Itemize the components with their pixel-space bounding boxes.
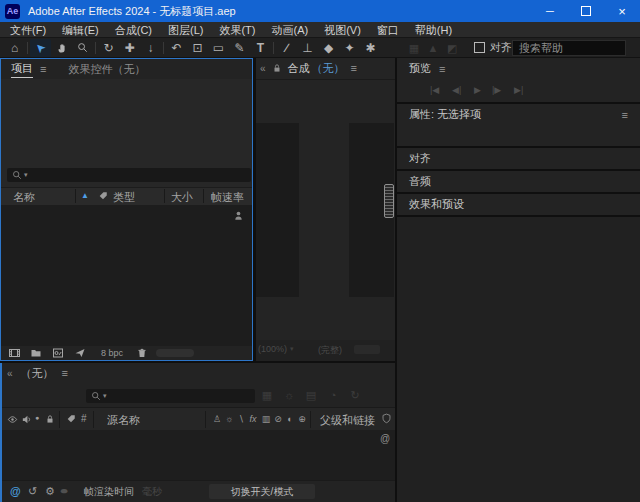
first-frame-button[interactable]: |◀ xyxy=(430,85,439,95)
timeline-panel-menu-icon[interactable]: ≡ xyxy=(62,367,68,379)
quality-switch-icon[interactable]: ∖ xyxy=(235,414,247,424)
previous-frame-button[interactable]: ◀| xyxy=(452,85,461,95)
composition-panel-menu-icon[interactable]: ≡ xyxy=(351,62,357,74)
tab-composition[interactable]: 合成 xyxy=(288,61,310,76)
column-size[interactable]: 大小 xyxy=(171,190,193,205)
resolution-dropdown[interactable]: (完整) xyxy=(318,344,342,357)
viewer-lock-icon[interactable] xyxy=(272,63,282,73)
tab-composition-none[interactable]: （无） xyxy=(312,61,345,76)
snap-checkbox[interactable] xyxy=(474,42,485,53)
trash-icon[interactable] xyxy=(136,347,148,359)
adjustment-layer-switch-icon[interactable]: ◐ xyxy=(284,414,296,424)
minimize-button[interactable]: ─ xyxy=(532,0,568,22)
panel-collapse-icon[interactable]: « xyxy=(260,63,266,74)
shy-switch-icon[interactable]: ♙ xyxy=(211,414,223,424)
tab-project[interactable]: 项目 xyxy=(11,61,33,78)
lock-icon[interactable] xyxy=(45,414,55,424)
properties-panel-header[interactable]: 属性: 无选择项 ≡ xyxy=(397,104,640,125)
menu-item-composition[interactable]: 合成(C) xyxy=(107,22,160,38)
cache-refresh-icon[interactable]: ↺ xyxy=(28,485,37,498)
roto-brush-tool-icon[interactable]: ✦ xyxy=(339,39,360,57)
panel-grip[interactable] xyxy=(384,184,394,218)
3d-layer-switch-icon[interactable]: ⊕ xyxy=(296,414,308,424)
audio-panel-header[interactable]: 音频 xyxy=(397,171,640,192)
brush-tool-icon[interactable]: ∕ xyxy=(276,39,297,57)
video-eye-icon[interactable] xyxy=(7,414,18,425)
new-folder-icon[interactable] xyxy=(30,347,42,359)
column-name[interactable]: 名称 xyxy=(13,190,35,205)
timeline-search-input[interactable]: ▾ xyxy=(86,389,255,403)
sort-ascending-icon[interactable]: ▲ xyxy=(81,191,89,200)
audio-speaker-icon[interactable] xyxy=(21,414,32,425)
clone-stamp-tool-icon[interactable]: ⊥ xyxy=(297,39,318,57)
draft-3d-icon[interactable]: ☼ xyxy=(280,389,298,401)
panel-collapse-icon[interactable]: « xyxy=(7,368,13,379)
type-tool-icon[interactable]: T xyxy=(250,39,271,57)
orbit-camera-tool-icon[interactable]: ↻ xyxy=(98,39,119,57)
layer-number-column[interactable]: # xyxy=(81,413,87,424)
menu-item-file[interactable]: 文件(F) xyxy=(2,22,54,38)
interpret-footage-icon[interactable] xyxy=(8,347,21,359)
effects-presets-panel-header[interactable]: 效果和预设 xyxy=(397,194,640,215)
project-panel-menu-icon[interactable]: ≡ xyxy=(40,63,46,75)
play-button[interactable]: ▶ xyxy=(474,85,481,95)
motion-blur-switch-icon[interactable]: ⊘ xyxy=(272,414,284,424)
color-depth-button[interactable]: 8 bpc xyxy=(101,348,123,358)
label-color-column-icon[interactable] xyxy=(98,191,108,201)
settings-gear-icon[interactable]: ⚙ xyxy=(45,485,55,498)
menu-item-help[interactable]: 帮助(H) xyxy=(407,22,460,38)
toggle-switches-modes-button[interactable]: 切换开关/模式 xyxy=(209,484,315,499)
tab-effect-controls[interactable]: 效果控件（无） xyxy=(68,62,145,77)
column-source-name[interactable]: 源名称 xyxy=(107,413,140,428)
zoom-tool-icon[interactable] xyxy=(72,39,93,57)
hide-shy-layers-icon[interactable]: ▤ xyxy=(302,389,320,402)
fx-switch-icon[interactable]: fx xyxy=(247,414,259,424)
eraser-tool-icon[interactable]: ◆ xyxy=(318,39,339,57)
close-button[interactable]: × xyxy=(604,0,640,22)
device-icon[interactable]: ● xyxy=(59,485,69,496)
menu-item-view[interactable]: 视图(V) xyxy=(316,22,369,38)
frame-render-time-label[interactable]: 帧渲染时间 xyxy=(84,485,134,499)
column-parent-link[interactable]: 父级和链接 xyxy=(320,413,375,428)
workspace-aux-icon[interactable]: ◩ xyxy=(443,42,461,55)
pick-whip-icon[interactable]: @ xyxy=(380,433,390,444)
label-color-icon[interactable] xyxy=(66,414,76,424)
align-panel-header[interactable]: 对齐 xyxy=(397,148,640,169)
motion-blur-icon[interactable]: ↻ xyxy=(346,389,364,402)
selection-tool-icon[interactable]: ➤ xyxy=(30,39,51,57)
next-frame-button[interactable]: |▶ xyxy=(492,85,501,95)
share-project-icon[interactable] xyxy=(74,347,86,359)
preview-panel-header[interactable]: 预览 ≡ xyxy=(397,58,640,79)
column-frame-rate[interactable]: 帧速率 xyxy=(211,190,244,205)
workspace-aux-icon[interactable]: ▦ xyxy=(405,42,423,55)
menu-item-window[interactable]: 窗口 xyxy=(369,22,407,38)
help-search-input[interactable]: 搜索帮助 xyxy=(512,40,626,56)
ms-dropdown[interactable]: 毫秒 xyxy=(142,485,162,499)
last-frame-button[interactable]: ▶| xyxy=(514,85,523,95)
pen-tool-icon[interactable]: ✎ xyxy=(229,39,250,57)
collapse-transformations-icon[interactable]: ☼ xyxy=(223,414,235,424)
frame-blending-icon[interactable]: ◔ xyxy=(324,389,342,401)
home-tool-icon[interactable]: ⌂ xyxy=(4,39,25,57)
project-search-input[interactable]: ▾ xyxy=(7,168,251,182)
mini-flowchart-icon[interactable]: ▦ xyxy=(258,389,276,402)
solo-icon[interactable]: ● xyxy=(35,414,39,421)
new-composition-icon[interactable] xyxy=(52,347,64,359)
dolly-camera-tool-icon[interactable]: ↓ xyxy=(140,39,161,57)
properties-panel-menu-icon[interactable]: ≡ xyxy=(622,109,628,121)
magnification-dropdown[interactable]: (100%) xyxy=(258,344,287,354)
render-time-snail-icon[interactable]: @ xyxy=(10,485,21,497)
workspace-aux-icon[interactable]: ▲ xyxy=(424,42,442,54)
project-item-list[interactable] xyxy=(1,205,252,346)
comp-aux-dropdown[interactable] xyxy=(354,345,380,354)
column-type[interactable]: 类型 xyxy=(113,190,135,205)
tab-timeline-none[interactable]: （无） xyxy=(21,366,54,381)
maximize-button[interactable] xyxy=(568,0,604,22)
pan-camera-tool-icon[interactable]: ✚ xyxy=(119,39,140,57)
hand-tool-icon[interactable] xyxy=(51,39,72,57)
timeline-track-area[interactable]: @ xyxy=(2,430,395,480)
preview-panel-menu-icon[interactable]: ≡ xyxy=(439,63,445,75)
menu-item-animation[interactable]: 动画(A) xyxy=(264,22,317,38)
pan-behind-tool-icon[interactable]: ⊡ xyxy=(187,39,208,57)
menu-item-edit[interactable]: 编辑(E) xyxy=(54,22,107,38)
